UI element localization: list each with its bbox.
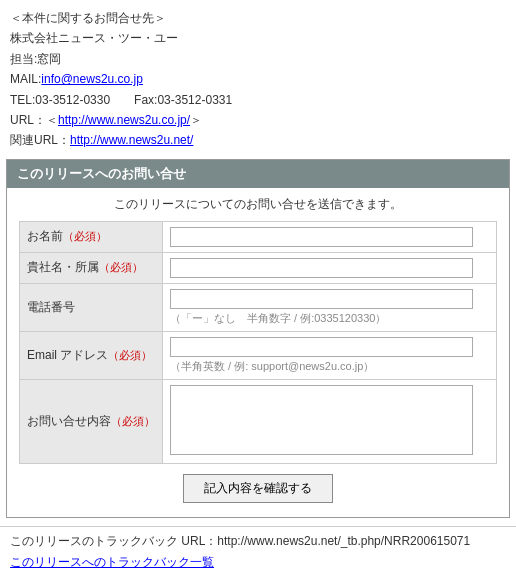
message-required: （必須）	[111, 415, 155, 427]
company-input[interactable]	[170, 258, 473, 278]
email-placeholder: （半角英数 / 例: support@news2u.co.jp）	[170, 359, 489, 374]
name-row: お名前（必須）	[20, 221, 497, 252]
message-label-cell: お問い合せ内容（必須）	[20, 379, 163, 463]
inquiry-header: このリリースへのお問い合せ	[7, 160, 509, 188]
trackback-label: このリリースのトラックバック URL：	[10, 534, 217, 548]
url-label: URL：＜	[10, 113, 58, 127]
trackback-list-link[interactable]: このリリースへのトラックバック一覧	[10, 555, 214, 569]
url-suffix: ＞	[190, 113, 202, 127]
mail-label: MAIL:	[10, 72, 41, 86]
email-row: Email アドレス（必須） （半角英数 / 例: support@news2u…	[20, 331, 497, 379]
trackback-list-line: このリリースへのトラックバック一覧	[10, 554, 506, 571]
email-input-cell: （半角英数 / 例: support@news2u.co.jp）	[163, 331, 497, 379]
phone-row: 電話番号 （「ー」なし 半角数字 / 例:0335120330）	[20, 283, 497, 331]
message-input-cell	[163, 379, 497, 463]
name-label: お名前	[27, 229, 63, 243]
message-row: お問い合せ内容（必須）	[20, 379, 497, 463]
phone-placeholder: （「ー」なし 半角数字 / 例:0335120330）	[170, 311, 489, 326]
inquiry-body: このリリースについてのお問い合せを送信できます。 お名前（必須） 貴社名・所属（…	[7, 188, 509, 517]
phone-label-cell: 電話番号	[20, 283, 163, 331]
company-label: 貴社名・所属	[27, 260, 99, 274]
company-label-cell: 貴社名・所属（必須）	[20, 252, 163, 283]
fax-value: 03-3512-0331	[157, 93, 232, 107]
inquiry-box: このリリースへのお問い合せ このリリースについてのお問い合せを送信できます。 お…	[6, 159, 510, 518]
email-required: （必須）	[108, 349, 152, 361]
company-row: 貴社名・所属（必須）	[20, 252, 497, 283]
url-link[interactable]: http://www.news2u.co.jp/	[58, 113, 190, 127]
fax-label: Fax:	[134, 93, 157, 107]
submit-button[interactable]: 記入内容を確認する	[183, 474, 333, 503]
tel-line: TEL:03-3512-0330 Fax:03-3512-0331	[10, 90, 506, 110]
email-label-cell: Email アドレス（必須）	[20, 331, 163, 379]
tel-value: 03-3512-0330	[35, 93, 110, 107]
email-label: Email アドレス	[27, 348, 108, 362]
trackback-url-line: このリリースのトラックバック URL：http://www.news2u.net…	[10, 533, 506, 550]
form-table: お名前（必須） 貴社名・所属（必須） 電話番号	[19, 221, 497, 464]
related-url-line: 関連URL：http://www.news2u.net/	[10, 130, 506, 150]
company-input-cell	[163, 252, 497, 283]
mail-line: MAIL:info@news2u.co.jp	[10, 69, 506, 89]
contact-person: 担当:窓岡	[10, 49, 506, 69]
tel-label: TEL:	[10, 93, 35, 107]
phone-label: 電話番号	[27, 300, 75, 314]
phone-input-cell: （「ー」なし 半角数字 / 例:0335120330）	[163, 283, 497, 331]
contact-header: ＜本件に関するお問合せ先＞	[10, 8, 506, 28]
related-url-link[interactable]: http://www.news2u.net/	[70, 133, 193, 147]
top-section: ＜本件に関するお問合せ先＞ 株式会社ニュース・ツー・ユー 担当:窓岡 MAIL:…	[0, 0, 516, 159]
email-input[interactable]	[170, 337, 473, 357]
trackback-section: このリリースのトラックバック URL：http://www.news2u.net…	[0, 526, 516, 577]
name-label-cell: お名前（必須）	[20, 221, 163, 252]
phone-input[interactable]	[170, 289, 473, 309]
mail-link[interactable]: info@news2u.co.jp	[41, 72, 143, 86]
message-label: お問い合せ内容	[27, 414, 111, 428]
company-name: 株式会社ニュース・ツー・ユー	[10, 28, 506, 48]
url-line: URL：＜http://www.news2u.co.jp/＞	[10, 110, 506, 130]
related-url-label: 関連URL：	[10, 133, 70, 147]
message-textarea[interactable]	[170, 385, 473, 455]
inquiry-intro: このリリースについてのお問い合せを送信できます。	[19, 196, 497, 213]
name-input-cell	[163, 221, 497, 252]
name-input[interactable]	[170, 227, 473, 247]
company-required: （必須）	[99, 261, 143, 273]
name-required: （必須）	[63, 230, 107, 242]
submit-row: 記入内容を確認する	[19, 474, 497, 503]
trackback-url: http://www.news2u.net/_tb.php/NRR2006150…	[217, 534, 470, 548]
